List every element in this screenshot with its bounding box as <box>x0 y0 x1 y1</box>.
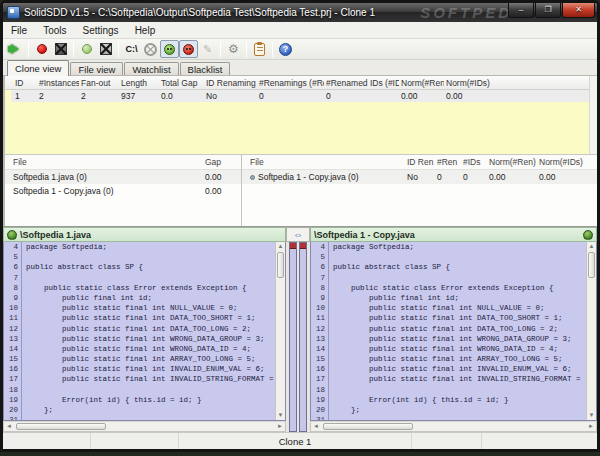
menu-file[interactable]: File <box>3 24 35 37</box>
clone-map-left[interactable] <box>289 242 297 432</box>
status-cell <box>91 433 179 449</box>
wheel-button[interactable] <box>141 40 160 58</box>
record-button[interactable] <box>32 40 51 58</box>
file-row[interactable]: Softpedia 1 - Copy.java (0) 0.00 <box>5 184 241 198</box>
file-row[interactable]: Softpedia 1.java (0) 0.00 <box>5 170 241 184</box>
col-total-gap[interactable]: Total Gap <box>159 78 204 88</box>
edit-button[interactable]: ✎ <box>198 40 217 58</box>
scroll-thumb[interactable] <box>16 423 106 430</box>
col-renamed-ids[interactable]: #Renamed IDs (#IDs) <box>324 78 399 88</box>
close-button[interactable]: ✕ <box>562 3 595 18</box>
status-cell <box>412 433 482 449</box>
file-list-left-header: File Gap <box>5 155 241 170</box>
scroll-up-arrow[interactable]: ▲ <box>587 242 596 251</box>
col-norm-ids[interactable]: Norm(#IDs) <box>539 157 597 167</box>
minimize-button[interactable]: – <box>508 3 534 18</box>
file-norm-ids: 0.00 <box>539 172 597 182</box>
code-line: 20 }; <box>4 405 275 415</box>
col-instances[interactable]: #Instances <box>37 78 79 88</box>
green-face-toggle[interactable] <box>160 40 179 58</box>
col-renamings[interactable]: #Renamings (#Ren) <box>257 78 324 88</box>
menu-tools[interactable]: Tools <box>35 24 74 37</box>
vertical-scrollbar[interactable]: ▲ ▼ <box>586 242 596 420</box>
run-arrow-icon <box>11 44 24 54</box>
scroll-thumb[interactable] <box>323 423 413 430</box>
col-ren[interactable]: #Ren <box>437 157 463 167</box>
tab-watchlist[interactable]: Watchlist <box>124 62 178 75</box>
report-button[interactable] <box>250 40 269 58</box>
cell-total-gap: 0.0 <box>159 91 204 101</box>
code-line: 8 public static class Error extends Exce… <box>4 283 275 293</box>
run-button[interactable] <box>6 40 25 58</box>
bug-icon <box>583 230 593 240</box>
col-id[interactable]: ID <box>13 78 37 88</box>
col-length[interactable]: Length <box>119 78 159 88</box>
cell-renamed-ids: 0 <box>324 91 399 101</box>
clone-table-header: ID #Instances Fan-out Length Total Gap I… <box>5 76 597 90</box>
tab-blacklist[interactable]: Blacklist <box>180 62 231 75</box>
titlebar[interactable]: SolidSDD v1.5 - C:\Softpedia\Output\Soft… <box>3 3 597 22</box>
settings-button[interactable]: ⚙ <box>224 40 243 58</box>
record-dot-icon <box>37 44 47 54</box>
code-line: 17 public static final int INVALID_STRIN… <box>4 374 275 384</box>
col-norm-ren[interactable]: Norm(#Ren) <box>489 157 539 167</box>
vertical-scrollbar[interactable]: ▲ ▼ <box>275 242 285 420</box>
swap-panels-button[interactable]: ⇔ <box>286 227 310 242</box>
green-dot-icon <box>82 44 92 54</box>
help-button[interactable]: ? <box>276 40 295 58</box>
stop-button[interactable] <box>51 40 70 58</box>
scroll-left-arrow[interactable]: ◄ <box>4 422 14 431</box>
clear-button[interactable] <box>96 40 115 58</box>
code-header-left: \Softpedia 1.java <box>3 227 286 242</box>
file-list-right: File ID Ren #Ren #IDs Norm(#Ren) Norm(#I… <box>242 155 597 226</box>
col-file[interactable]: File <box>250 157 407 167</box>
scroll-left-arrow[interactable]: ◄ <box>311 422 321 431</box>
scroll-right-arrow[interactable]: ► <box>586 422 596 431</box>
help-icon: ? <box>279 43 292 56</box>
scroll-right-arrow[interactable]: ► <box>275 422 285 431</box>
code-line: 9 public final int id; <box>4 293 275 303</box>
scroll-up-arrow[interactable]: ▲ <box>276 242 285 251</box>
code-line: 14 public static final int WRONG_DATA_ID… <box>311 344 586 354</box>
code-body-left[interactable]: 4package Softpedia;56public abstract cla… <box>3 242 286 421</box>
code-body-right[interactable]: 4package Softpedia;56public abstract cla… <box>310 242 597 421</box>
clone-row-1[interactable]: 1 2 2 937 0.0 No 0 0 0.00 0.00 <box>11 90 597 102</box>
scroll-thumb[interactable] <box>588 252 595 278</box>
file-list-left: File Gap Softpedia 1.java (0) 0.00 Softp… <box>5 155 242 226</box>
bug-icon <box>7 230 17 240</box>
clone-marker[interactable] <box>290 243 296 249</box>
code-line: 19 Error(int id) { this.id = id; } <box>311 395 586 405</box>
code-lines-left: 4package Softpedia;56public abstract cla… <box>4 242 275 420</box>
scroll-thumb[interactable] <box>277 252 284 278</box>
red-face-toggle[interactable] <box>179 40 198 58</box>
col-norm-ids[interactable]: Norm(#IDs) <box>444 78 493 88</box>
code-line: 5 <box>4 252 275 262</box>
col-norm-ren[interactable]: Norm(#Ren) <box>399 78 444 88</box>
tab-clone-view[interactable]: Clone view <box>7 60 69 76</box>
tab-file-view[interactable]: File view <box>70 62 123 75</box>
col-ids[interactable]: #IDs <box>463 157 489 167</box>
cell-instances: 2 <box>37 91 79 101</box>
code-line: 8 public static class Error extends Exce… <box>311 283 586 293</box>
col-fanout[interactable]: Fan-out <box>79 78 119 88</box>
clone-marker[interactable] <box>300 243 306 249</box>
clone-map-right[interactable] <box>299 242 307 432</box>
green-face-icon <box>164 44 175 55</box>
table-scrollbar[interactable] <box>589 76 597 154</box>
col-file[interactable]: File <box>13 157 205 167</box>
file-row[interactable]: Softpedia 1 - Copy.java (0) No 0 0 0.00 … <box>242 170 597 184</box>
toolbar-separator <box>272 42 273 57</box>
drive-button[interactable]: C:\ <box>122 40 141 58</box>
scroll-down-arrow[interactable]: ▼ <box>276 411 285 420</box>
col-id-renaming[interactable]: ID Renaming <box>204 78 257 88</box>
scroll-down-arrow[interactable]: ▼ <box>587 411 596 420</box>
col-id-ren[interactable]: ID Ren <box>407 157 437 167</box>
start-dot-button[interactable] <box>77 40 96 58</box>
menu-settings[interactable]: Settings <box>74 24 126 37</box>
maximize-button[interactable]: ❐ <box>535 3 561 18</box>
horizontal-scrollbar[interactable]: ◄ ► <box>3 421 286 432</box>
menu-help[interactable]: Help <box>127 24 164 37</box>
col-gap[interactable]: Gap <box>205 157 241 167</box>
horizontal-scrollbar[interactable]: ◄ ► <box>310 421 597 432</box>
code-line: 16 public static final int INVALID_ENUM_… <box>4 364 275 374</box>
